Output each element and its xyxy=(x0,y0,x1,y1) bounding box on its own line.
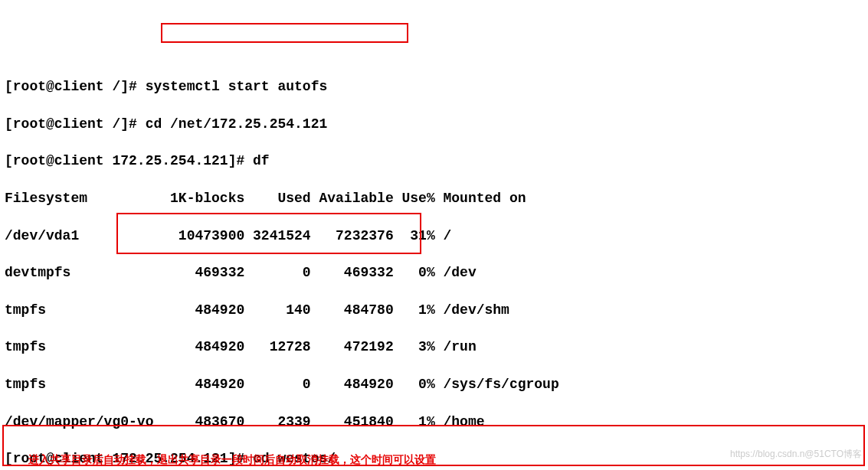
df-row: tmpfs 484920 12728 472192 3% /run xyxy=(5,338,863,356)
df-row: /dev/mapper/vg0-vo 483670 2339 451840 1%… xyxy=(5,413,863,431)
highlight-box-cd-net xyxy=(161,23,408,43)
annotation-text: 进入共享目录后自动挂载，退出共享目录一段时间后自动取消挂载，这个时间可以设置 xyxy=(28,453,436,468)
df-row: tmpfs 484920 0 484920 0% /sys/fs/cgroup xyxy=(5,375,863,393)
terminal-line: [root@client /]# cd /net/172.25.254.121 xyxy=(5,115,863,133)
df-row: /dev/vda1 10473900 3241524 7232376 31% / xyxy=(5,227,863,245)
terminal-line: [root@client /]# systemctl start autofs xyxy=(5,77,863,96)
df-header: Filesystem 1K-blocks Used Available Use%… xyxy=(5,189,863,207)
df-row: tmpfs 484920 140 484780 1% /dev/shm xyxy=(5,301,863,319)
terminal-line: [root@client 172.25.254.121]# df xyxy=(5,152,863,170)
watermark-text: https://blog.csdn.n@51CTO博客 xyxy=(730,448,862,460)
df-row: devtmpfs 469332 0 469332 0% /dev xyxy=(5,263,863,282)
